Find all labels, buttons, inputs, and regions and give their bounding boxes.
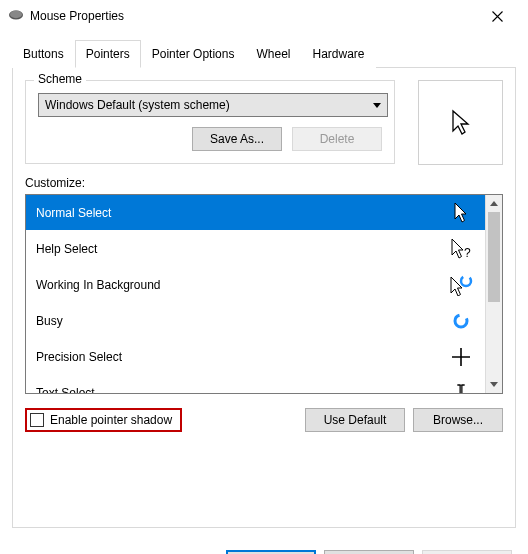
scrollbar[interactable]	[485, 195, 502, 393]
tab-buttons[interactable]: Buttons	[12, 40, 75, 68]
cursor-preview-box	[418, 80, 503, 165]
customize-label: Customize:	[25, 176, 503, 190]
enable-pointer-shadow-checkbox[interactable]	[30, 413, 44, 427]
busy-cursor-icon	[447, 312, 475, 330]
apply-button: Apply	[422, 550, 512, 554]
list-item[interactable]: Text Select	[26, 375, 485, 393]
cancel-button[interactable]: Cancel	[324, 550, 414, 554]
cursor-name: Working In Background	[36, 278, 161, 292]
tab-strip: Buttons Pointers Pointer Options Wheel H…	[12, 40, 516, 68]
scheme-combo[interactable]: Windows Default (system scheme)	[38, 93, 388, 117]
list-item[interactable]: Busy	[26, 303, 485, 339]
scheme-group: Scheme Windows Default (system scheme) S…	[25, 80, 395, 164]
tab-hardware[interactable]: Hardware	[301, 40, 375, 68]
svg-point-4	[455, 315, 467, 327]
scroll-down-button[interactable]	[486, 376, 502, 393]
list-item[interactable]: Precision Select	[26, 339, 485, 375]
svg-text:?: ?	[464, 246, 471, 260]
cursor-name: Help Select	[36, 242, 97, 256]
crosshair-cursor-icon	[447, 347, 475, 367]
scroll-up-button[interactable]	[486, 195, 502, 212]
cursor-name: Normal Select	[36, 206, 111, 220]
ibeam-cursor-icon	[447, 383, 475, 393]
cursor-name: Busy	[36, 314, 63, 328]
list-item[interactable]: Working In Background	[26, 267, 485, 303]
mouse-icon	[8, 9, 24, 24]
list-item[interactable]: Normal Select	[26, 195, 485, 231]
arrow-cursor-icon	[451, 109, 471, 137]
scroll-thumb[interactable]	[488, 212, 500, 302]
save-as-button[interactable]: Save As...	[192, 127, 282, 151]
enable-pointer-shadow-label: Enable pointer shadow	[50, 413, 172, 427]
ok-button[interactable]: OK	[226, 550, 316, 554]
tab-wheel[interactable]: Wheel	[245, 40, 301, 68]
help-cursor-icon: ?	[447, 238, 475, 260]
arrow-cursor-icon	[447, 202, 475, 224]
cursor-list: Normal Select Help Select ? Working In B…	[25, 194, 503, 394]
svg-point-1	[10, 10, 22, 18]
window-title: Mouse Properties	[30, 9, 474, 23]
enable-pointer-shadow-highlight: Enable pointer shadow	[25, 408, 182, 432]
list-item[interactable]: Help Select ?	[26, 231, 485, 267]
cursor-name: Text Select	[36, 386, 95, 393]
svg-point-3	[461, 276, 471, 286]
chevron-down-icon	[373, 103, 381, 108]
title-bar: Mouse Properties	[0, 0, 528, 32]
close-button[interactable]	[474, 0, 520, 32]
dialog-button-row: OK Cancel Apply	[0, 540, 528, 554]
working-cursor-icon	[447, 274, 475, 296]
tab-pointers[interactable]: Pointers	[75, 40, 141, 68]
delete-button: Delete	[292, 127, 382, 151]
scheme-legend: Scheme	[34, 72, 86, 86]
browse-button[interactable]: Browse...	[413, 408, 503, 432]
tab-pointer-options[interactable]: Pointer Options	[141, 40, 246, 68]
scheme-selected-text: Windows Default (system scheme)	[45, 98, 230, 112]
use-default-button[interactable]: Use Default	[305, 408, 405, 432]
cursor-name: Precision Select	[36, 350, 122, 364]
